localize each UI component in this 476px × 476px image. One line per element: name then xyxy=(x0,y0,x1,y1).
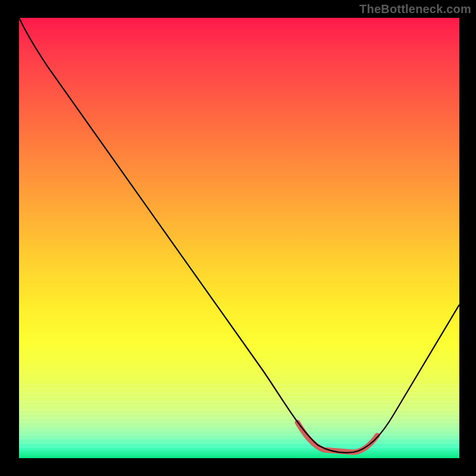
main-curve xyxy=(19,18,459,453)
plot-area xyxy=(19,18,459,458)
chart-canvas: TheBottleneck.com xyxy=(0,0,476,476)
curve-svg xyxy=(19,18,459,458)
watermark-text: TheBottleneck.com xyxy=(359,2,471,16)
